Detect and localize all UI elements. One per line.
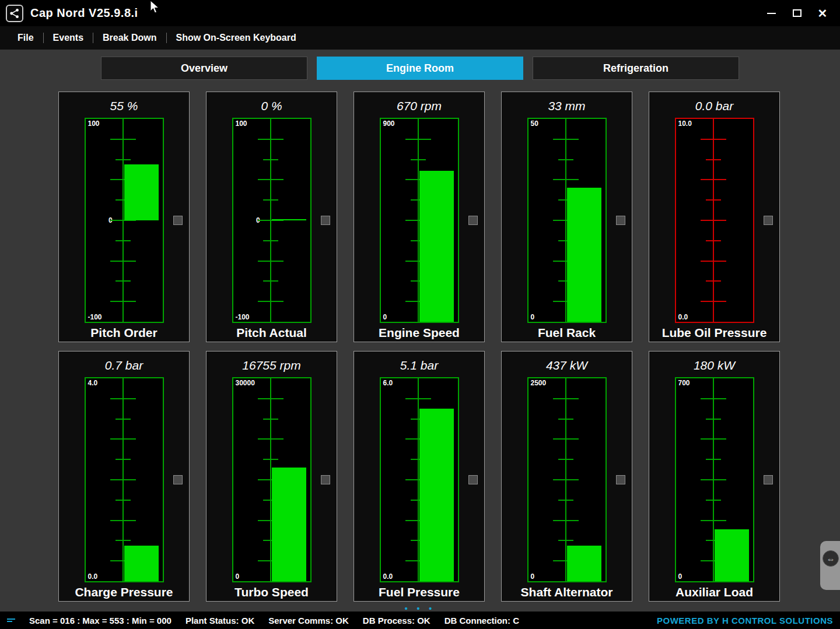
gauge-tick [701,479,726,480]
gauge-tick [263,459,278,460]
gauge-scale-max: 700 [678,379,690,387]
gauge-tick [706,419,721,420]
gauge-label: Fuel Rack [502,326,632,340]
gauge-tick [263,280,278,282]
gauge-setpoint-handle[interactable] [321,475,330,484]
gauge-tick [553,398,579,399]
gauge-panel-pitch-actual: 0 % 100 0 -100 Pitch Actual [206,92,337,342]
gauge-tick [110,139,136,140]
gauge-panel-engine-speed: 670 rpm 900 0 Engine Speed [354,92,485,342]
menu-file[interactable]: File [8,33,43,43]
maximize-button[interactable] [789,5,805,22]
gauge-fill [567,546,601,581]
gauge-panel-pitch-order: 55 % 100 0 -100 Pitch Order [58,92,190,342]
gauge-scale-min: 0.0 [678,313,688,321]
gauge-tick [701,179,726,180]
gauge-bar: 900 0 [380,118,459,323]
gauge-panel-auxiliar-load: 180 kW 700 0 Auxiliar Load [649,351,780,602]
gauge-tick [706,159,721,160]
slide-out-handle[interactable]: ⇔ [820,541,840,590]
menu-show-on-screen-keyboard[interactable]: Show On-Screen Keyboard [167,33,306,43]
gauge-tick [258,261,284,262]
title-bar: Cap Nord V25.9.8.i ✕ [0,0,840,26]
db-process-status: DB Process: OK [363,616,430,626]
tab-engine-room[interactable]: Engine Room [317,57,523,80]
gauge-setpoint-handle[interactable] [173,216,183,225]
gauge-bar: 4.0 0.0 [85,377,164,582]
gauge-panel-fuel-rack: 33 mm 50 0 Fuel Rack [501,92,632,342]
close-button[interactable]: ✕ [814,5,831,22]
menu-events[interactable]: Events [44,33,93,43]
gauge-tick [701,139,726,140]
gauge-scale-max: 100 [236,120,247,128]
window-controls: ✕ [763,5,834,22]
gauge-value: 33 mm [502,97,632,114]
gauge-tick [258,301,284,302]
gauge-tick [116,419,131,420]
db-connection-status: DB Connection: C [444,616,519,626]
gauge-label: Shaft Alternator [502,585,632,599]
gauge-value: 0.0 bar [649,97,779,114]
gauge-bar: 700 0 [675,377,754,582]
minimize-icon [767,13,776,14]
gauge-fill [715,529,749,581]
gauge-tick [553,179,579,180]
gauge-tick [553,438,579,440]
gauge-scale-min: 0 [383,313,387,321]
status-bar: Scan = 016 : Max = 553 : Min = 000 Plant… [0,612,840,629]
gauge-setpoint-handle[interactable] [468,475,478,484]
app-window: Cap Nord V25.9.8.i ✕ File Events Break D… [0,0,840,629]
gauge-tick [558,159,573,160]
gauge-setpoint-handle[interactable] [321,216,330,225]
gauge-tick [553,479,579,480]
minimize-button[interactable] [763,5,779,22]
gauge-setpoint-handle[interactable] [616,216,625,225]
gauge-fill [124,546,159,581]
gauge-tick [558,419,573,420]
gauge-value: 180 kW [649,356,779,374]
gauge-tick [116,459,131,460]
gauge-scale-max: 6.0 [383,379,393,387]
gauge-tick [116,280,131,282]
gauge-tick [701,520,726,521]
gauge-setpoint-handle[interactable] [173,475,183,484]
gauge-setpoint-handle[interactable] [468,216,478,225]
gauge-setpoint-handle[interactable] [616,475,625,484]
gauge-label: Turbo Speed [206,585,337,599]
gauge-value: 5.1 bar [354,356,484,374]
gauge-scale-max: 50 [531,120,538,128]
gauge-setpoint-handle[interactable] [764,475,773,484]
gauge-bar: 10.0 0.0 [675,118,754,323]
share-network-icon [9,8,20,19]
gauge-bar: 30000 0 [232,377,312,582]
gauge-scale-min: 0 [678,572,682,581]
plant-status: Plant Status: OK [186,616,254,626]
gauge-label: Engine Speed [354,326,484,340]
scan-icon [7,617,15,623]
gauge-fill [419,171,454,322]
gauge-tick [701,438,726,440]
gauge-setpoint-handle[interactable] [764,216,773,225]
gauge-tick [110,438,136,440]
gauge-scale-min: 0 [236,572,240,581]
gauge-tick [405,398,431,399]
gauge-tick [263,159,278,160]
tab-refrigeration[interactable]: Refrigeration [533,57,739,80]
menu-break-down[interactable]: Break Down [93,33,166,43]
gauge-bar: 6.0 0.0 [380,377,459,582]
gauge-tick [116,159,131,160]
gauge-tick [263,199,278,201]
tab-overview[interactable]: Overview [101,57,307,80]
gauge-tick [110,520,136,521]
gauge-scale-min: -100 [88,313,102,321]
gauge-panel-turbo-speed: 16755 rpm 30000 0 Turbo Speed [206,351,337,602]
gauge-tick [558,540,573,541]
gauge-fill [419,409,454,581]
gauge-panel-charge-pressure: 0.7 bar 4.0 0.0 Charge Pressure [58,351,190,602]
gauge-scale-max: 900 [383,120,395,128]
gauge-fill [124,164,159,220]
gauge-tick [701,261,726,262]
gauge-tick [116,500,131,501]
scan-status: Scan = 016 : Max = 553 : Min = 000 [29,616,172,626]
gauge-tick [110,261,136,262]
